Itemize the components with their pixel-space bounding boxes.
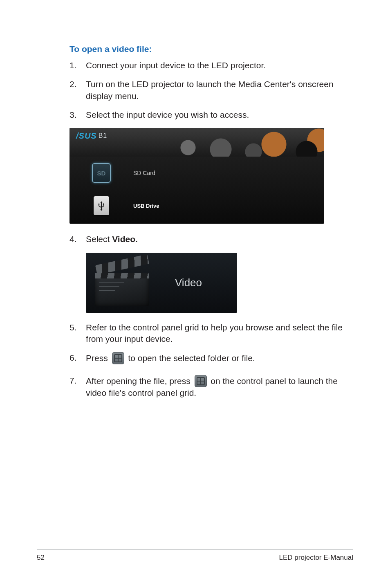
step-number: 6.	[69, 352, 86, 364]
step-text: Turn on the LED projector to launch the …	[86, 79, 353, 102]
sd-card-row: SD SD Card	[69, 157, 324, 189]
step-text-part: After opening the file, press	[86, 376, 193, 386]
step-text: After opening the file, press on the con…	[86, 375, 353, 399]
step-text: Refer to the control panel grid to help …	[86, 322, 353, 345]
step-number: 1.	[69, 60, 86, 71]
brand-text: /SUS	[76, 131, 97, 140]
screenshot-header: /SUSB1	[69, 128, 324, 157]
manual-title: LED projector E-Manual	[279, 554, 353, 562]
step-1: 1. Connect your input device to the LED …	[69, 60, 353, 71]
step-number: 5.	[69, 322, 86, 345]
usb-drive-icon	[89, 195, 114, 217]
step-text: Select Video.	[86, 233, 353, 245]
grid-button-icon	[112, 352, 124, 364]
step-2: 2. Turn on the LED projector to launch t…	[69, 79, 353, 102]
step-text-part: Select	[86, 234, 112, 244]
sd-card-label: SD Card	[133, 170, 155, 176]
model-text: B1	[99, 132, 108, 139]
video-option-screenshot: Video	[86, 253, 237, 313]
usb-trident-icon	[98, 200, 105, 211]
step-text-part: to open the selected folder or file.	[126, 353, 255, 363]
section-heading: To open a video file:	[69, 44, 353, 54]
step-3: 3. Select the input device you wish to a…	[69, 109, 353, 121]
clapperboard-icon	[92, 258, 157, 307]
media-center-screenshot: /SUSB1 SD SD Card USB Drive	[69, 128, 324, 224]
video-label: Video	[175, 276, 202, 289]
grid-button-icon	[195, 375, 207, 387]
step-number: 2.	[69, 79, 86, 102]
usb-icon-graphic	[94, 196, 109, 215]
sd-icon-graphic: SD	[92, 163, 111, 183]
step-text: Connect your input device to the LED pro…	[86, 60, 353, 71]
step-6: 6. Press to open the selected folder or …	[69, 352, 353, 364]
step-5: 5. Refer to the control panel grid to he…	[69, 322, 353, 345]
step-text: Press to open the selected folder or fil…	[86, 352, 353, 364]
step-number: 4.	[69, 233, 86, 245]
svg-point-0	[98, 204, 99, 205]
step-7: 7. After opening the file, press on the …	[69, 375, 353, 399]
step-text: Select the input device you wish to acce…	[86, 109, 353, 121]
usb-drive-row: USB Drive	[69, 189, 324, 222]
sd-card-icon: SD	[89, 162, 114, 184]
step-number: 3.	[69, 109, 86, 121]
page-footer: 52 LED projector E-Manual	[37, 549, 353, 562]
step-number: 7.	[69, 375, 86, 399]
page-number: 52	[37, 554, 45, 562]
step-text-bold: Video.	[112, 234, 138, 244]
usb-drive-label: USB Drive	[133, 203, 159, 209]
svg-rect-1	[103, 204, 104, 205]
step-4: 4. Select Video.	[69, 233, 353, 245]
brand-logo: /SUSB1	[76, 131, 107, 141]
step-text-part: Press	[86, 353, 110, 363]
